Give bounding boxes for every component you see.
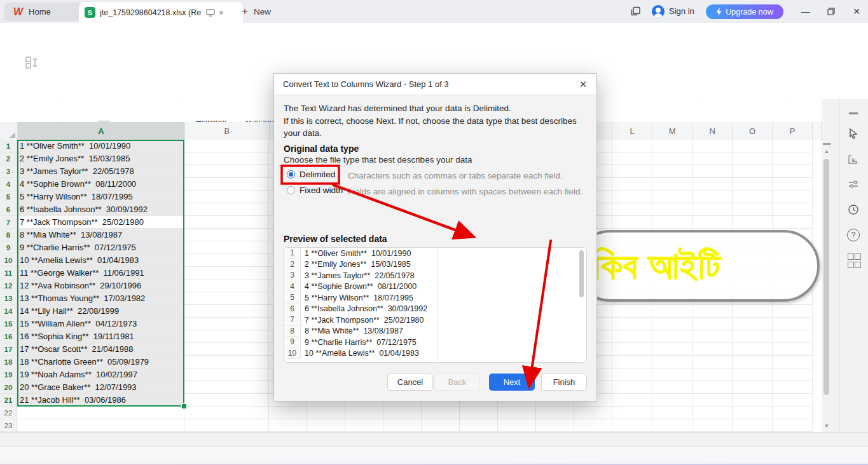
cell-A20[interactable]: 20 **Grace Baker** 12/07/1993 — [17, 381, 184, 394]
cell-O3[interactable] — [733, 165, 773, 178]
cell-B11[interactable] — [184, 267, 269, 280]
cell-N1[interactable] — [692, 140, 733, 152]
cell-M17[interactable] — [652, 343, 692, 356]
cell-M18[interactable] — [652, 356, 692, 368]
settings-panel-icon[interactable] — [846, 177, 861, 192]
cell-P18[interactable] — [773, 356, 813, 368]
cell-A18[interactable]: 18 **Charlotte Green** 05/09/1979 — [17, 356, 184, 368]
cell-B14[interactable] — [184, 305, 269, 318]
scroll-up-icon[interactable]: ▲ — [824, 149, 829, 154]
row-header-13[interactable]: 13 — [0, 292, 17, 305]
cell-M6[interactable] — [652, 203, 692, 216]
cell-N15[interactable] — [692, 318, 733, 330]
cell-O5[interactable] — [733, 191, 773, 203]
row-header-20[interactable]: 20 — [0, 381, 17, 394]
cell-M3[interactable] — [652, 165, 692, 178]
cell-N3[interactable] — [692, 165, 733, 178]
cell-L23[interactable] — [612, 419, 652, 432]
cell-N21[interactable] — [692, 394, 733, 407]
cell-L19[interactable] — [612, 368, 652, 381]
radio-selected-icon[interactable] — [287, 170, 295, 179]
column-header-b[interactable]: B — [185, 122, 270, 140]
cell-O2[interactable] — [733, 152, 773, 165]
cell-M2[interactable] — [652, 152, 692, 165]
cell-A17[interactable]: 17 **Oscar Scott** 21/04/1988 — [17, 343, 184, 356]
row-header-14[interactable]: 14 — [0, 305, 17, 318]
cell-P23[interactable] — [773, 419, 813, 432]
document-tab[interactable]: S jte_1759298604218.xlsx (Read- — [79, 2, 243, 23]
cell-L7[interactable] — [612, 216, 652, 229]
cell-H22[interactable] — [460, 407, 498, 419]
row-header-11[interactable]: 11 — [0, 267, 17, 280]
upgrade-now-button[interactable]: Upgrade now — [706, 4, 783, 19]
cell-A2[interactable]: 2 **Emily Jones** 15/03/1985 — [17, 152, 184, 165]
cell-G23[interactable] — [422, 419, 460, 432]
select-tool-icon[interactable] — [846, 126, 861, 141]
back-button[interactable]: Back — [434, 374, 480, 391]
vertical-scrollbar[interactable] — [823, 159, 829, 395]
column-header-p[interactable]: P — [773, 122, 813, 140]
cell-F22[interactable] — [383, 407, 422, 419]
cell-L20[interactable] — [612, 381, 652, 394]
cell-B12[interactable] — [184, 280, 269, 292]
row-header-17[interactable]: 17 — [0, 343, 17, 356]
tab-switcher-icon[interactable] — [631, 6, 641, 17]
cell-P14[interactable] — [773, 305, 813, 318]
cell-B19[interactable] — [184, 368, 269, 381]
cell-C22[interactable] — [269, 407, 307, 419]
maximize-button[interactable] — [820, 0, 842, 23]
cell-B20[interactable] — [184, 381, 269, 394]
cell-A3[interactable]: 3 **James Taylor** 22/05/1978 — [17, 165, 184, 178]
sign-in-button[interactable]: Sign in — [669, 6, 694, 16]
cell-N14[interactable] — [692, 305, 733, 318]
cell-A16[interactable]: 16 **Sophia King** 19/11/1981 — [17, 330, 184, 343]
row-header-10[interactable]: 10 — [0, 254, 17, 267]
cell-B9[interactable] — [184, 241, 269, 254]
cell-N18[interactable] — [692, 356, 733, 368]
row-header-1[interactable]: 1 — [0, 140, 17, 152]
cell-B15[interactable] — [184, 318, 269, 330]
column-header-o[interactable]: O — [733, 122, 773, 140]
cell-A15[interactable]: 15 **William Allen** 04/12/1973 — [17, 318, 184, 330]
cell-B6[interactable] — [184, 203, 269, 216]
cell-P1[interactable] — [773, 140, 813, 152]
cell-O14[interactable] — [733, 305, 773, 318]
cell-M14[interactable] — [652, 305, 692, 318]
cell-H23[interactable] — [460, 419, 498, 432]
cell-N19[interactable] — [692, 368, 733, 381]
delimited-radio[interactable]: Delimited — [287, 170, 335, 179]
column-header-n[interactable]: N — [692, 122, 733, 140]
cell-B18[interactable] — [184, 356, 269, 368]
cell-B21[interactable] — [184, 394, 269, 407]
cell-L15[interactable] — [612, 318, 652, 330]
cell-O17[interactable] — [733, 343, 773, 356]
cell-L16[interactable] — [612, 330, 652, 343]
cell-N5[interactable] — [692, 191, 733, 203]
cell-B7[interactable] — [184, 216, 269, 229]
cell-B10[interactable] — [184, 254, 269, 267]
avatar[interactable] — [652, 5, 665, 18]
cell-B16[interactable] — [184, 330, 269, 343]
cell-F23[interactable] — [383, 419, 422, 432]
cell-P6[interactable] — [773, 203, 813, 216]
cell-O20[interactable] — [733, 381, 773, 394]
cell-P17[interactable] — [773, 343, 813, 356]
cell-I22[interactable] — [498, 407, 536, 419]
cell-L18[interactable] — [612, 356, 652, 368]
cell-A11[interactable]: 11 **George Walker** 11/06/1991 — [17, 267, 184, 280]
cell-A21[interactable]: 21 **Jacob Hill** 03/06/1986 — [17, 394, 184, 407]
cell-E23[interactable] — [345, 419, 383, 432]
cell-J22[interactable] — [536, 407, 574, 419]
apps-grid-icon[interactable] — [846, 253, 861, 268]
cell-O23[interactable] — [733, 419, 773, 432]
cell-I23[interactable] — [498, 419, 536, 432]
cell-P2[interactable] — [773, 152, 813, 165]
cell-B3[interactable] — [184, 165, 269, 178]
cell-A5[interactable]: 5 **Harry Wilson** 18/07/1995 — [17, 191, 184, 203]
row-header-15[interactable]: 15 — [0, 318, 17, 330]
fixed-width-radio[interactable]: Fixed width — [287, 185, 343, 195]
cell-L1[interactable] — [612, 140, 652, 152]
radio-unselected-icon[interactable] — [287, 186, 295, 194]
cell-M16[interactable] — [652, 330, 692, 343]
pivot-panel-icon[interactable] — [846, 151, 861, 166]
